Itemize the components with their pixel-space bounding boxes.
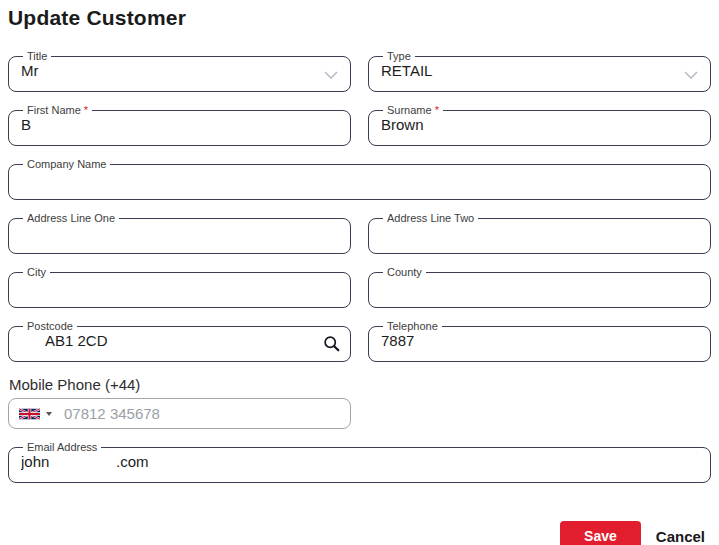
- mobile-phone-input[interactable]: [62, 404, 340, 423]
- save-button[interactable]: Save: [560, 521, 641, 545]
- type-select[interactable]: [381, 60, 698, 82]
- first-name-field: First Name*: [8, 104, 351, 146]
- county-input[interactable]: [381, 276, 698, 298]
- surname-field: Surname*: [368, 104, 711, 146]
- update-customer-form: Title Type First Name* Surname* Company …: [8, 50, 711, 483]
- first-name-input[interactable]: [21, 114, 338, 136]
- mobile-phone-label: Mobile Phone (+44): [9, 376, 351, 393]
- county-field: County: [368, 266, 711, 308]
- search-icon: [323, 340, 340, 355]
- caret-down-icon: [46, 412, 52, 416]
- page-title: Update Customer: [8, 6, 719, 30]
- cancel-button[interactable]: Cancel: [656, 528, 705, 545]
- title-select[interactable]: [21, 60, 338, 82]
- email-address-input[interactable]: [21, 451, 698, 473]
- footer-actions: Save Cancel: [0, 521, 705, 545]
- mobile-phone-input-box: [8, 398, 351, 429]
- address-line-two-field: Address Line Two: [368, 212, 711, 254]
- spacer: [368, 374, 711, 429]
- type-field: Type: [368, 50, 711, 92]
- telephone-field: Telephone: [368, 320, 711, 362]
- city-field: City: [8, 266, 351, 308]
- telephone-input[interactable]: [381, 330, 698, 352]
- email-address-field: Email Address: [8, 441, 711, 483]
- postcode-input[interactable]: [21, 330, 338, 352]
- postcode-search-button[interactable]: [321, 333, 342, 354]
- country-selector-button[interactable]: [19, 408, 52, 420]
- company-name-input[interactable]: [21, 168, 698, 190]
- city-input[interactable]: [21, 276, 338, 298]
- address-line-two-input[interactable]: [381, 222, 698, 244]
- title-field: Title: [8, 50, 351, 92]
- mobile-phone-group: Mobile Phone (+44): [8, 374, 351, 429]
- address-line-one-input[interactable]: [21, 222, 338, 244]
- address-line-one-field: Address Line One: [8, 212, 351, 254]
- postcode-field: Postcode: [8, 320, 351, 362]
- surname-input[interactable]: [381, 114, 698, 136]
- company-name-field: Company Name: [8, 158, 711, 200]
- uk-flag-icon: [19, 408, 40, 420]
